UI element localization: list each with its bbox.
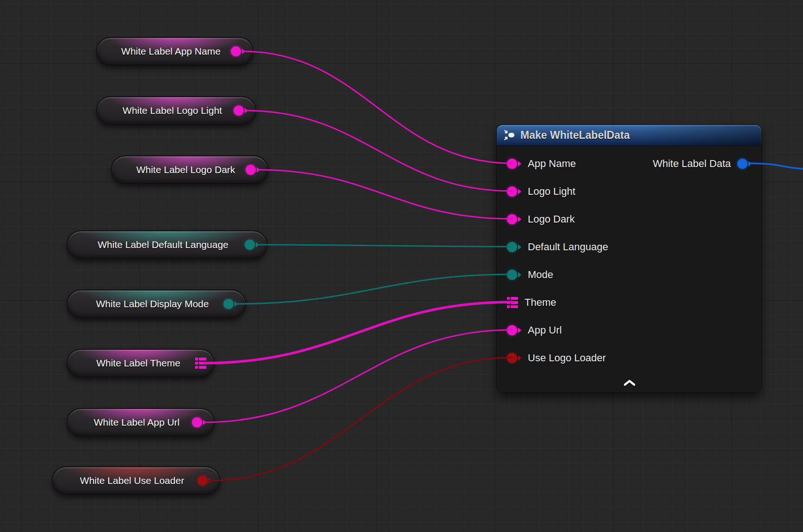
wire-white-label-logo-light[interactable]	[245, 111, 512, 191]
input-pin-row: Logo Light	[507, 185, 751, 198]
make-struct-icon	[503, 129, 515, 141]
wire-white-label-theme[interactable]	[204, 302, 512, 363]
input-pin-logo-dark[interactable]	[507, 214, 521, 224]
node-white-label-app-name[interactable]: White Label App Name	[96, 37, 253, 66]
pin-label: Mode	[528, 269, 553, 281]
wire-white-label-default-language[interactable]	[256, 245, 512, 247]
input-pin-row: Theme	[507, 296, 751, 309]
pin-white-label-logo-dark[interactable]	[246, 165, 260, 175]
wire-white-label-app-url[interactable]	[204, 330, 512, 422]
node-label: White Label Logo Light	[111, 105, 234, 116]
node-white-label-theme[interactable]: White Label Theme	[67, 349, 215, 377]
output-pin-white-label-data[interactable]	[737, 159, 752, 169]
input-pin-row: Logo Dark	[507, 212, 751, 226]
pin-label: Use Logo Loader	[528, 352, 606, 364]
node-label: White Label Logo Dark	[126, 164, 246, 175]
pin-label: Theme	[525, 297, 556, 309]
input-pin-use-logo-loader[interactable]	[507, 353, 521, 363]
collapse-node-button[interactable]	[619, 377, 640, 389]
chevron-up-icon	[623, 379, 636, 387]
pin-label: White Label Data	[653, 158, 731, 170]
input-pin-logo-light[interactable]	[507, 186, 521, 197]
node-label: White Label Default Language	[81, 239, 245, 250]
input-pin-row: App Url	[507, 323, 751, 337]
wire-white-label-display-mode[interactable]	[235, 274, 512, 304]
node-white-label-logo-light[interactable]: White Label Logo Light	[96, 96, 256, 125]
node-white-label-logo-dark[interactable]: White Label Logo Dark	[111, 155, 268, 184]
input-pin-default-language[interactable]	[507, 242, 521, 252]
pin-white-label-use-loader[interactable]	[198, 476, 212, 486]
node-header[interactable]: Make WhiteLabelData	[497, 125, 761, 146]
pin-label: Logo Dark	[528, 213, 575, 225]
pin-white-label-theme[interactable]	[195, 358, 206, 369]
input-pin-mode[interactable]	[507, 270, 521, 280]
pin-label: App Url	[528, 324, 562, 336]
node-label: White Label App Name	[111, 46, 231, 57]
blueprint-graph-canvas[interactable]: White Label App NameWhite Label Logo Lig…	[0, 0, 803, 532]
node-white-label-display-mode[interactable]: White Label Display Mode	[67, 290, 246, 318]
pin-white-label-display-mode[interactable]	[223, 299, 238, 309]
node-make-whitelabeldata[interactable]: Make WhiteLabelData App NameLogo LightLo…	[496, 124, 762, 393]
wire-white-label-app-name[interactable]	[242, 51, 512, 163]
node-white-label-default-language[interactable]: White Label Default Language	[67, 230, 267, 259]
wire-white-label-logo-dark[interactable]	[257, 170, 512, 219]
pin-white-label-default-language[interactable]	[245, 240, 259, 250]
node-label: White Label App Url	[81, 417, 192, 428]
node-white-label-use-loader[interactable]: White Label Use Loader	[52, 466, 220, 495]
wire-white-label-use-loader[interactable]	[209, 358, 512, 481]
node-label: White Label Use Loader	[67, 475, 198, 486]
node-white-label-app-url[interactable]: White Label App Url	[67, 408, 215, 437]
node-label: White Label Theme	[81, 358, 195, 369]
input-pin-row: Mode	[507, 268, 751, 282]
pin-white-label-logo-light[interactable]	[234, 105, 248, 116]
input-pin-app-url[interactable]	[507, 325, 521, 335]
pin-white-label-app-url[interactable]	[192, 417, 206, 427]
pin-label: Default Language	[528, 241, 608, 253]
output-pin-row: White Label Data	[507, 157, 752, 171]
input-pin-row: Default Language	[507, 240, 751, 254]
input-pin-row: Use Logo Loader	[507, 351, 751, 365]
pin-label: Logo Light	[528, 186, 575, 198]
input-pin-theme[interactable]	[507, 297, 518, 308]
node-title: Make WhiteLabelData	[520, 129, 630, 142]
node-label: White Label Display Mode	[81, 298, 223, 309]
pin-white-label-app-name[interactable]	[231, 46, 245, 56]
